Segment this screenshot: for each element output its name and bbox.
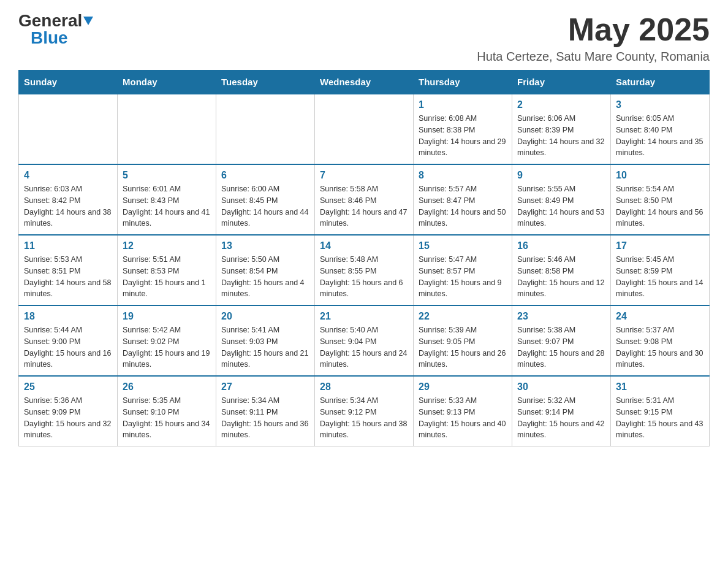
- day-info: Sunrise: 5:42 AMSunset: 9:02 PMDaylight:…: [123, 324, 211, 370]
- calendar-week-row: 1Sunrise: 6:08 AMSunset: 8:38 PMDaylight…: [19, 94, 710, 164]
- day-number: 7: [320, 170, 408, 181]
- location-subtitle: Huta Certeze, Satu Mare County, Romania: [477, 50, 710, 64]
- calendar-day-cell: 18Sunrise: 5:44 AMSunset: 9:00 PMDayligh…: [19, 305, 118, 376]
- day-number: 9: [517, 170, 605, 181]
- page-header: General Blue May 2025 Huta Certeze, Satu…: [18, 12, 710, 64]
- day-number: 17: [616, 240, 704, 251]
- day-info: Sunrise: 6:01 AMSunset: 8:43 PMDaylight:…: [123, 183, 211, 229]
- day-number: 4: [24, 170, 112, 181]
- calendar-day-cell: 8Sunrise: 5:57 AMSunset: 8:47 PMDaylight…: [414, 164, 512, 235]
- day-number: 21: [320, 311, 408, 322]
- calendar-day-cell: [118, 94, 216, 164]
- day-info: Sunrise: 5:35 AMSunset: 9:10 PMDaylight:…: [123, 395, 211, 441]
- logo-blue-text: Blue: [31, 29, 68, 47]
- day-number: 27: [221, 381, 309, 393]
- calendar-day-cell: 4Sunrise: 6:03 AMSunset: 8:42 PMDaylight…: [19, 164, 118, 235]
- calendar-day-cell: 22Sunrise: 5:39 AMSunset: 9:05 PMDayligh…: [414, 305, 512, 376]
- calendar-week-row: 25Sunrise: 5:36 AMSunset: 9:09 PMDayligh…: [19, 376, 710, 446]
- day-info: Sunrise: 6:06 AMSunset: 8:39 PMDaylight:…: [517, 113, 605, 159]
- day-number: 5: [123, 170, 211, 181]
- day-number: 30: [517, 381, 605, 393]
- calendar-day-cell: 15Sunrise: 5:47 AMSunset: 8:57 PMDayligh…: [414, 235, 512, 305]
- calendar-day-cell: 10Sunrise: 5:54 AMSunset: 8:50 PMDayligh…: [611, 164, 710, 235]
- day-info: Sunrise: 5:51 AMSunset: 8:53 PMDaylight:…: [123, 254, 211, 300]
- day-number: 23: [517, 311, 605, 322]
- title-block: May 2025 Huta Certeze, Satu Mare County,…: [477, 12, 710, 64]
- day-info: Sunrise: 5:48 AMSunset: 8:55 PMDaylight:…: [320, 254, 408, 300]
- day-number: 19: [123, 311, 211, 322]
- calendar-day-cell: 24Sunrise: 5:37 AMSunset: 9:08 PMDayligh…: [611, 305, 710, 376]
- day-number: 1: [419, 99, 507, 110]
- day-info: Sunrise: 6:08 AMSunset: 8:38 PMDaylight:…: [419, 113, 507, 159]
- calendar-day-cell: 3Sunrise: 6:05 AMSunset: 8:40 PMDaylight…: [611, 94, 710, 164]
- day-info: Sunrise: 5:39 AMSunset: 9:05 PMDaylight:…: [419, 324, 507, 370]
- day-of-week-header: Monday: [118, 71, 216, 94]
- day-info: Sunrise: 5:47 AMSunset: 8:57 PMDaylight:…: [419, 254, 507, 300]
- calendar-day-cell: 31Sunrise: 5:31 AMSunset: 9:15 PMDayligh…: [611, 376, 710, 446]
- calendar-week-row: 4Sunrise: 6:03 AMSunset: 8:42 PMDaylight…: [19, 164, 710, 235]
- day-info: Sunrise: 5:44 AMSunset: 9:00 PMDaylight:…: [24, 324, 112, 370]
- calendar-day-cell: 26Sunrise: 5:35 AMSunset: 9:10 PMDayligh…: [118, 376, 216, 446]
- day-info: Sunrise: 5:57 AMSunset: 8:47 PMDaylight:…: [419, 183, 507, 229]
- day-info: Sunrise: 6:00 AMSunset: 8:45 PMDaylight:…: [221, 183, 309, 229]
- calendar-day-cell: 9Sunrise: 5:55 AMSunset: 8:49 PMDaylight…: [512, 164, 611, 235]
- day-number: 25: [24, 381, 112, 393]
- day-info: Sunrise: 5:45 AMSunset: 8:59 PMDaylight:…: [616, 254, 704, 300]
- day-info: Sunrise: 6:03 AMSunset: 8:42 PMDaylight:…: [24, 183, 112, 229]
- day-number: 15: [419, 240, 507, 251]
- day-info: Sunrise: 5:58 AMSunset: 8:46 PMDaylight:…: [320, 183, 408, 229]
- day-number: 22: [419, 311, 507, 322]
- day-number: 20: [221, 311, 309, 322]
- day-info: Sunrise: 5:53 AMSunset: 8:51 PMDaylight:…: [24, 254, 112, 300]
- day-info: Sunrise: 5:34 AMSunset: 9:11 PMDaylight:…: [221, 395, 309, 441]
- day-info: Sunrise: 5:32 AMSunset: 9:14 PMDaylight:…: [517, 395, 605, 441]
- day-info: Sunrise: 5:34 AMSunset: 9:12 PMDaylight:…: [320, 395, 408, 441]
- day-number: 26: [123, 381, 211, 393]
- calendar-day-cell: 21Sunrise: 5:40 AMSunset: 9:04 PMDayligh…: [315, 305, 414, 376]
- calendar-day-cell: 1Sunrise: 6:08 AMSunset: 8:38 PMDaylight…: [414, 94, 512, 164]
- day-number: 12: [123, 240, 211, 251]
- day-of-week-header: Tuesday: [216, 71, 315, 94]
- day-info: Sunrise: 6:05 AMSunset: 8:40 PMDaylight:…: [616, 113, 704, 159]
- calendar-day-cell: 11Sunrise: 5:53 AMSunset: 8:51 PMDayligh…: [19, 235, 118, 305]
- day-number: 29: [419, 381, 507, 393]
- day-of-week-header: Saturday: [611, 71, 710, 94]
- calendar-day-cell: 5Sunrise: 6:01 AMSunset: 8:43 PMDaylight…: [118, 164, 216, 235]
- day-number: 3: [616, 99, 704, 110]
- day-number: 24: [616, 311, 704, 322]
- calendar-day-cell: 20Sunrise: 5:41 AMSunset: 9:03 PMDayligh…: [216, 305, 315, 376]
- day-info: Sunrise: 5:36 AMSunset: 9:09 PMDaylight:…: [24, 395, 112, 441]
- day-number: 31: [616, 381, 704, 393]
- calendar-day-cell: 6Sunrise: 6:00 AMSunset: 8:45 PMDaylight…: [216, 164, 315, 235]
- day-info: Sunrise: 5:33 AMSunset: 9:13 PMDaylight:…: [419, 395, 507, 441]
- day-info: Sunrise: 5:41 AMSunset: 9:03 PMDaylight:…: [221, 324, 309, 370]
- calendar-day-cell: 27Sunrise: 5:34 AMSunset: 9:11 PMDayligh…: [216, 376, 315, 446]
- calendar-day-cell: 12Sunrise: 5:51 AMSunset: 8:53 PMDayligh…: [118, 235, 216, 305]
- calendar-day-cell: 19Sunrise: 5:42 AMSunset: 9:02 PMDayligh…: [118, 305, 216, 376]
- calendar-table: SundayMondayTuesdayWednesdayThursdayFrid…: [18, 70, 710, 446]
- logo: General Blue: [18, 12, 93, 47]
- day-number: 10: [616, 170, 704, 181]
- calendar-day-cell: 29Sunrise: 5:33 AMSunset: 9:13 PMDayligh…: [414, 376, 512, 446]
- day-number: 14: [320, 240, 408, 251]
- calendar-day-cell: 25Sunrise: 5:36 AMSunset: 9:09 PMDayligh…: [19, 376, 118, 446]
- day-of-week-header: Sunday: [19, 71, 118, 94]
- calendar-day-cell: 14Sunrise: 5:48 AMSunset: 8:55 PMDayligh…: [315, 235, 414, 305]
- calendar-day-cell: 28Sunrise: 5:34 AMSunset: 9:12 PMDayligh…: [315, 376, 414, 446]
- day-info: Sunrise: 5:37 AMSunset: 9:08 PMDaylight:…: [616, 324, 704, 370]
- day-info: Sunrise: 5:54 AMSunset: 8:50 PMDaylight:…: [616, 183, 704, 229]
- calendar-day-cell: 17Sunrise: 5:45 AMSunset: 8:59 PMDayligh…: [611, 235, 710, 305]
- calendar-day-cell: 2Sunrise: 6:06 AMSunset: 8:39 PMDaylight…: [512, 94, 611, 164]
- day-info: Sunrise: 5:50 AMSunset: 8:54 PMDaylight:…: [221, 254, 309, 300]
- calendar-week-row: 18Sunrise: 5:44 AMSunset: 9:00 PMDayligh…: [19, 305, 710, 376]
- day-info: Sunrise: 5:40 AMSunset: 9:04 PMDaylight:…: [320, 324, 408, 370]
- calendar-day-cell: [19, 94, 118, 164]
- day-number: 13: [221, 240, 309, 251]
- calendar-day-cell: 30Sunrise: 5:32 AMSunset: 9:14 PMDayligh…: [512, 376, 611, 446]
- day-number: 28: [320, 381, 408, 393]
- day-number: 16: [517, 240, 605, 251]
- logo-triangle-icon: [83, 17, 93, 25]
- month-title: May 2025: [477, 12, 710, 47]
- day-number: 2: [517, 99, 605, 110]
- calendar-week-row: 11Sunrise: 5:53 AMSunset: 8:51 PMDayligh…: [19, 235, 710, 305]
